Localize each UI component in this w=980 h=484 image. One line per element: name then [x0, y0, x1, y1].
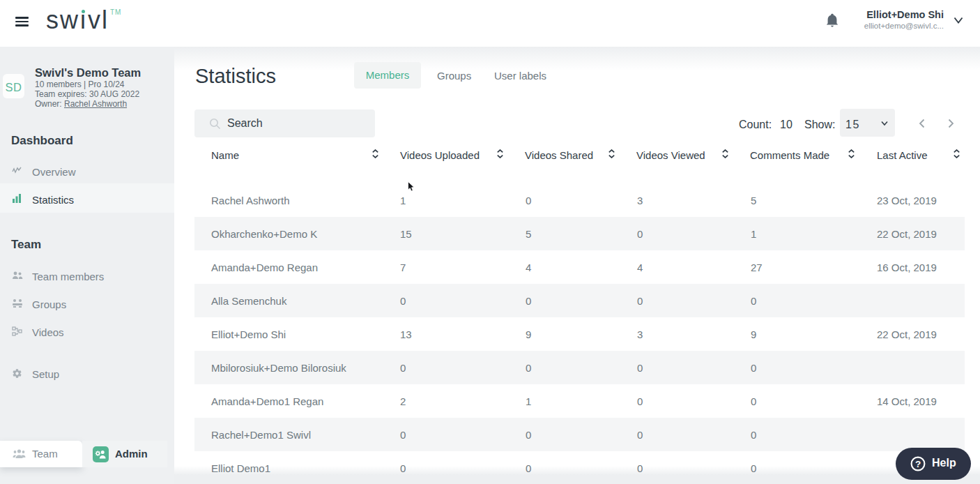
svg-text:?: ? — [915, 459, 921, 469]
